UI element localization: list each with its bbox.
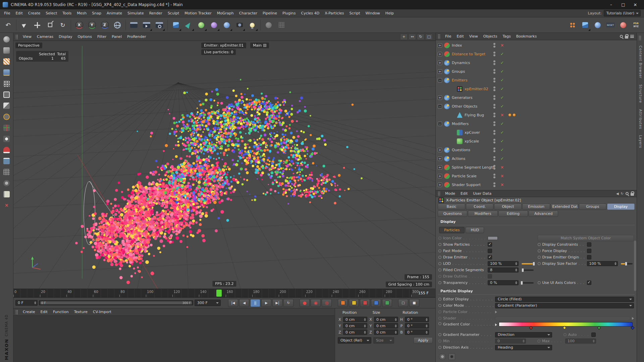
enable-state-icon[interactable]: ✓ <box>499 86 505 91</box>
viewport-menu-item[interactable]: Panel <box>109 34 124 40</box>
display-subtab[interactable]: HUD <box>466 227 484 233</box>
zoom-view-icon[interactable]: ↔ <box>409 34 416 40</box>
visibility-toggles[interactable] <box>493 78 495 82</box>
transparency-slider[interactable] <box>522 282 534 284</box>
scrollbar-thumb[interactable] <box>634 241 636 291</box>
viewport-menu-item[interactable]: Options <box>75 34 95 40</box>
x-axis-lock-button[interactable]: X <box>73 19 85 32</box>
object-tree-row[interactable]: - Other Objects ✓ <box>436 102 637 111</box>
rotation-input[interactable]: 0 ° <box>405 323 429 328</box>
visibility-toggles[interactable] <box>493 52 495 56</box>
menu-item[interactable]: MoGraph <box>214 10 236 16</box>
force-display-checkbox[interactable] <box>587 249 591 253</box>
maximize-button[interactable]: □ <box>617 1 629 9</box>
play-mode-button[interactable]: ↻ <box>283 299 293 307</box>
menu-item[interactable]: X-Particles <box>322 10 346 16</box>
object-manager-menu-item[interactable]: Tags <box>500 33 513 40</box>
match-system-object-color-button[interactable]: Match System Object Color <box>538 235 634 241</box>
render-camera-icon[interactable] <box>448 353 455 360</box>
snap-enable-button[interactable] <box>2 145 12 154</box>
viewport-menu-item[interactable]: ProRender <box>124 34 149 40</box>
object-label[interactable]: xpScale <box>465 139 479 143</box>
object-label[interactable]: Flying Bug <box>465 113 484 117</box>
object-label[interactable]: Shader Support <box>452 183 481 187</box>
visibility-toggles[interactable] <box>493 95 495 100</box>
material-list-area[interactable] <box>13 316 335 362</box>
attribute-tab[interactable]: Coord. <box>466 203 493 210</box>
visibility-toggles[interactable] <box>493 121 495 126</box>
workplane-mode-button[interactable] <box>2 68 12 77</box>
enable-state-icon[interactable]: ✓ <box>499 147 505 152</box>
enable-state-icon[interactable]: × <box>499 43 505 48</box>
viewport-menu-item[interactable]: Display <box>56 34 75 40</box>
menu-icon[interactable] <box>630 35 634 38</box>
keyframe-circle[interactable] <box>438 281 441 284</box>
workplane-snap-button[interactable] <box>2 157 12 165</box>
menu-item[interactable]: Sculpt <box>165 10 182 16</box>
expand-toggle[interactable]: + <box>438 96 442 100</box>
expand-toggle[interactable]: + <box>438 165 442 170</box>
object-label[interactable]: Emitters <box>452 78 467 82</box>
add-generator-button[interactable] <box>195 19 207 32</box>
keyframe-circle[interactable] <box>438 249 441 252</box>
icon-color-swatch[interactable] <box>488 236 498 240</box>
expand-toggle[interactable]: + <box>438 183 442 187</box>
size-input[interactable]: 0 cm <box>374 323 398 328</box>
add-spline-button[interactable] <box>182 19 195 32</box>
gradient-knot[interactable] <box>597 326 601 329</box>
viewport-menu-item[interactable]: Cameras <box>34 34 56 40</box>
material-menu-item[interactable]: Edit <box>38 309 50 315</box>
render-picture-viewer-button[interactable] <box>141 19 153 32</box>
scale-tool-button[interactable] <box>44 19 56 32</box>
display-size-factor-input[interactable]: 100 % <box>587 261 618 266</box>
points-mode-button[interactable] <box>2 79 12 88</box>
object-tree-row[interactable]: + Shader Support × <box>436 180 637 189</box>
enable-state-icon[interactable]: × <box>499 182 505 187</box>
commander-button[interactable] <box>2 179 12 187</box>
object-label[interactable]: Modifiers <box>452 122 469 126</box>
show-particles-checkbox[interactable] <box>488 242 492 247</box>
apply-button[interactable]: Apply <box>414 337 433 344</box>
spinner-icon[interactable] <box>34 301 36 304</box>
material-menu-item[interactable]: Function <box>50 309 71 315</box>
keyframe-circle[interactable] <box>438 237 441 240</box>
edges-mode-button[interactable] <box>2 90 12 99</box>
keyframe-circle[interactable] <box>538 243 541 246</box>
range-start-field[interactable]: 0 F <box>15 300 38 306</box>
menu-item[interactable]: Snap <box>89 10 104 16</box>
position-input[interactable]: 0 cm <box>343 329 367 335</box>
keyframe-circle[interactable] <box>438 268 441 272</box>
keyframe-circle[interactable] <box>438 322 441 325</box>
autokeying-button[interactable]: ◉ <box>311 299 321 307</box>
close-button[interactable]: ✕ <box>629 1 641 9</box>
attribute-tab[interactable]: Advanced <box>529 210 558 217</box>
position-input[interactable]: 0 cm <box>343 323 367 328</box>
menu-item[interactable]: Script <box>347 10 363 16</box>
display-size-factor-slider[interactable] <box>621 263 633 264</box>
filled-circle-segments-slider[interactable] <box>522 269 534 271</box>
size-input[interactable]: 0 cm <box>374 317 398 322</box>
visibility-toggles[interactable] <box>493 182 495 187</box>
object-label[interactable]: Index <box>452 43 462 48</box>
search-icon[interactable] <box>626 192 629 195</box>
keyframe-circle[interactable] <box>438 243 441 246</box>
attribute-tab[interactable]: Display <box>607 203 635 210</box>
expand-toggle[interactable]: + <box>438 43 442 48</box>
object-tree-row[interactable]: + Distance to Target ✓ <box>436 50 637 58</box>
render-settings-button[interactable] <box>153 19 165 32</box>
view-label[interactable]: Perspective <box>15 43 42 48</box>
max-input[interactable]: 100 <box>565 339 596 344</box>
visibility-toggles[interactable] <box>493 60 495 65</box>
gradient-parameter-select[interactable]: Direction <box>495 332 552 338</box>
menu-item[interactable]: Character <box>236 10 260 16</box>
history-icon[interactable]: ↻ <box>621 192 624 195</box>
menu-item[interactable]: Simulate <box>125 10 147 16</box>
object-tree-row[interactable]: xpCover ✓ <box>436 128 637 137</box>
object-tree-row[interactable]: + Groups ✓ <box>436 67 637 76</box>
visibility-toggles[interactable] <box>493 147 495 152</box>
object-tree-row[interactable]: + Generators ✓ <box>436 93 637 102</box>
visibility-toggles[interactable] <box>493 113 495 117</box>
use-ui-axis-colors-checkbox[interactable] <box>587 281 591 285</box>
back-arrow-icon[interactable]: ◀ <box>616 192 619 195</box>
enable-state-icon[interactable]: ✓ <box>499 104 505 109</box>
